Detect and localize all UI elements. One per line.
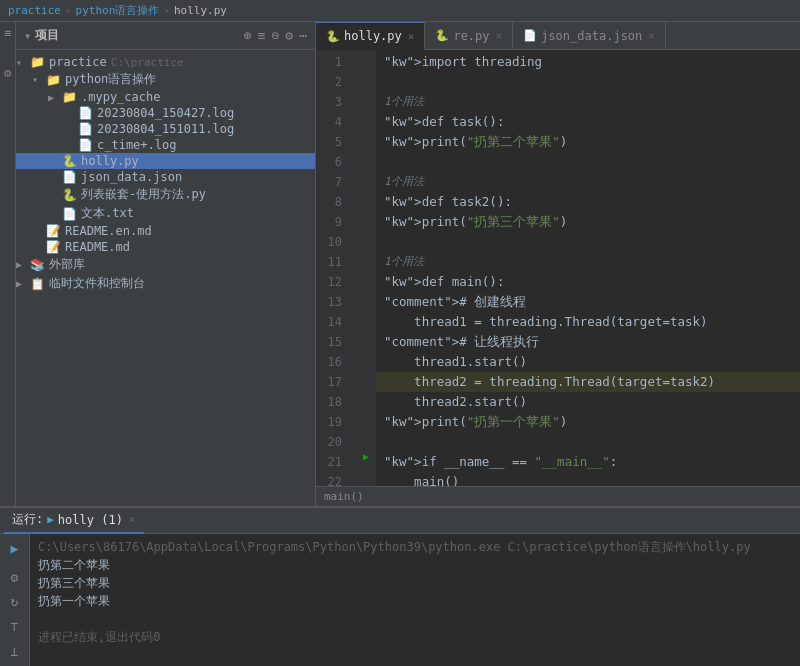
tree-item-log2[interactable]: 📄20230804_151011.log bbox=[16, 121, 315, 137]
sidebar-toggle-icon[interactable]: ▾ bbox=[24, 29, 31, 43]
tree-label: holly.py bbox=[81, 154, 139, 168]
tree-item-holly[interactable]: 🐍holly.py bbox=[16, 153, 315, 169]
output-line bbox=[38, 610, 792, 628]
add-folder-icon[interactable]: ≡ bbox=[258, 28, 266, 43]
tree-label: README.en.md bbox=[65, 224, 152, 238]
panel-sidebar: ▶ ⚙ ↻ ⊤ ⊥ bbox=[0, 534, 30, 666]
code-editor: 12345678910111213141516171819202122 ▶ "k… bbox=[316, 50, 800, 486]
tab-holly-py[interactable]: 🐍 holly.py ✕ bbox=[316, 22, 425, 50]
tree-item-python[interactable]: ▾📁python语言操作 bbox=[16, 70, 315, 89]
run-tab-close[interactable]: ✕ bbox=[129, 513, 136, 526]
tree-label: python语言操作 bbox=[65, 71, 156, 88]
run-tab[interactable]: 运行: ▶ holly (1) ✕ bbox=[4, 508, 144, 534]
tree-label: README.md bbox=[65, 240, 130, 254]
code-content[interactable]: "kw">import threading 1个用法"kw">def task(… bbox=[376, 50, 800, 486]
tree-label: c_time+.log bbox=[97, 138, 176, 152]
panel-content: ▶ ⚙ ↻ ⊤ ⊥ C:\Users\86176\AppData\Local\P… bbox=[0, 534, 800, 666]
tree-item-log1[interactable]: 📄20230804_150427.log bbox=[16, 105, 315, 121]
left-icon-1[interactable]: ≡ bbox=[1, 26, 15, 40]
tree-item-mypy_cache[interactable]: ▶📁.mypy_cache bbox=[16, 89, 315, 105]
tree-label: 临时文件和控制台 bbox=[49, 275, 145, 292]
settings-icon[interactable]: ⚙ bbox=[285, 28, 293, 43]
panel-output: C:\Users\86176\AppData\Local\Programs\Py… bbox=[30, 534, 800, 666]
tree-item-external[interactable]: ▶📚外部库 bbox=[16, 255, 315, 274]
left-icon-2[interactable]: ⚙ bbox=[1, 66, 15, 80]
tree-item-ctime[interactable]: 📄c_time+.log bbox=[16, 137, 315, 153]
editor-tabs: 🐍 holly.py ✕🐍 re.py ✕📄 json_data.json ✕ bbox=[316, 22, 800, 50]
sidebar-title: 项目 bbox=[35, 27, 59, 44]
run-tab-label: 运行: bbox=[12, 511, 43, 528]
bottom-panel: 运行: ▶ holly (1) ✕ ▶ ⚙ ↻ ⊤ ⊥ C:\Users\861… bbox=[0, 506, 800, 666]
tree-label: practice bbox=[49, 55, 107, 69]
scroll-top-btn[interactable]: ⊤ bbox=[4, 616, 26, 637]
file-tree: ▾📁practiceC:\practice▾📁python语言操作▶📁.mypy… bbox=[16, 50, 315, 506]
gutter: ▶ bbox=[356, 50, 376, 486]
output-line: 扔第二个苹果 bbox=[38, 556, 792, 574]
stop-btn[interactable]: ⚙ bbox=[4, 567, 26, 588]
tab-close[interactable]: ✕ bbox=[408, 30, 415, 43]
breadcrumb-practice[interactable]: practice bbox=[8, 4, 61, 17]
breadcrumb-folder[interactable]: python语言操作 bbox=[76, 3, 160, 18]
status-breadcrumb: main() bbox=[324, 490, 364, 503]
breadcrumb-file: holly.py bbox=[174, 4, 227, 17]
editor-area: 🐍 holly.py ✕🐍 re.py ✕📄 json_data.json ✕ … bbox=[316, 22, 800, 506]
collapse-icon[interactable]: ⊖ bbox=[272, 28, 280, 43]
line-numbers: 12345678910111213141516171819202122 bbox=[316, 50, 356, 486]
tree-item-json_data[interactable]: 📄json_data.json bbox=[16, 169, 315, 185]
output-line: 扔第三个苹果 bbox=[38, 574, 792, 592]
output-line: 扔第一个苹果 bbox=[38, 592, 792, 610]
tree-item-readme[interactable]: 📝README.md bbox=[16, 239, 315, 255]
main-area: ≡ ⚙ ▾ 项目 ⊕ ≡ ⊖ ⚙ ⋯ ▾📁practiceC:\practice… bbox=[0, 22, 800, 506]
tree-item-scratch[interactable]: ▶📋临时文件和控制台 bbox=[16, 274, 315, 293]
tree-label: 20230804_150427.log bbox=[97, 106, 234, 120]
tree-item-wenben[interactable]: 📄文本.txt bbox=[16, 204, 315, 223]
tab-close[interactable]: ✕ bbox=[648, 29, 655, 42]
tree-label: 列表嵌套-使用方法.py bbox=[81, 186, 206, 203]
sidebar: ▾ 项目 ⊕ ≡ ⊖ ⚙ ⋯ ▾📁practiceC:\practice▾📁py… bbox=[16, 22, 316, 506]
run-btn[interactable]: ▶ bbox=[4, 538, 26, 559]
tree-item-practice[interactable]: ▾📁practiceC:\practice bbox=[16, 54, 315, 70]
output-line: 进程已结束,退出代码0 bbox=[38, 628, 792, 646]
tree-item-list_methods[interactable]: 🐍列表嵌套-使用方法.py bbox=[16, 185, 315, 204]
tree-label: 20230804_151011.log bbox=[97, 122, 234, 136]
tree-item-readme_en[interactable]: 📝README.en.md bbox=[16, 223, 315, 239]
tree-label: .mypy_cache bbox=[81, 90, 160, 104]
left-icons-panel: ≡ ⚙ bbox=[0, 22, 16, 506]
tree-label: 外部库 bbox=[49, 256, 85, 273]
tab-json_data-json[interactable]: 📄 json_data.json ✕ bbox=[513, 22, 666, 50]
tab-re-py[interactable]: 🐍 re.py ✕ bbox=[425, 22, 513, 50]
more-icon[interactable]: ⋯ bbox=[299, 28, 307, 43]
sidebar-header: ▾ 项目 ⊕ ≡ ⊖ ⚙ ⋯ bbox=[16, 22, 315, 50]
sidebar-actions: ⊕ ≡ ⊖ ⚙ ⋯ bbox=[244, 28, 307, 43]
add-file-icon[interactable]: ⊕ bbox=[244, 28, 252, 43]
editor-status-bar: main() bbox=[316, 486, 800, 506]
title-bar: practice › python语言操作 › holly.py bbox=[0, 0, 800, 22]
rerun-btn[interactable]: ↻ bbox=[4, 592, 26, 613]
run-tab-name: holly (1) bbox=[58, 513, 123, 527]
panel-tabs: 运行: ▶ holly (1) ✕ bbox=[0, 508, 800, 534]
run-icon: ▶ bbox=[47, 513, 54, 526]
scroll-bottom-btn[interactable]: ⊥ bbox=[4, 641, 26, 662]
output-line: C:\Users\86176\AppData\Local\Programs\Py… bbox=[38, 538, 792, 556]
breadcrumb: practice › python语言操作 › holly.py bbox=[8, 3, 227, 18]
tree-label: 文本.txt bbox=[81, 205, 134, 222]
tab-close[interactable]: ✕ bbox=[496, 29, 503, 42]
tree-label: json_data.json bbox=[81, 170, 182, 184]
